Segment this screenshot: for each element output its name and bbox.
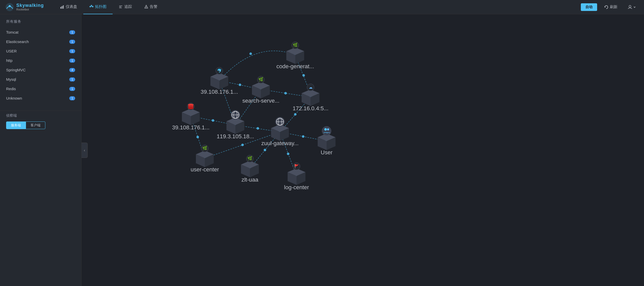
node-zuul-gateway[interactable]: zuul-gateway...	[261, 117, 299, 146]
service-item-springmvc[interactable]: SpringMVC 4	[0, 65, 81, 75]
service-badge-unknown: 1	[69, 96, 75, 100]
nav-label-trace: 追踪	[124, 4, 132, 9]
service-name-mysql: Mysql	[6, 77, 16, 81]
service-name-tomcat: Tomcat	[6, 30, 18, 34]
logo-text: Skywalking Rocketbot	[16, 3, 44, 11]
alarm-icon	[144, 5, 148, 9]
graph-area: ‹	[82, 14, 644, 286]
nav-item-dashboard[interactable]: 仪表盘	[54, 0, 83, 14]
nav-items: 仪表盘 拓扑图 追踪 告警	[54, 0, 581, 14]
service-item-http[interactable]: http 1	[0, 56, 81, 65]
user-button[interactable]	[625, 3, 639, 11]
edge-dot	[302, 74, 305, 77]
probe-title: 侦察端	[6, 113, 75, 118]
node-label-172-16-0-4: 172.16.0.4:5...	[293, 105, 329, 112]
service-name-http: http	[6, 58, 12, 63]
leaf-icon: 🌿	[202, 146, 207, 151]
svg-point-1	[9, 5, 11, 7]
node-39-108-1a[interactable]: 🐬 39.108.176.1...	[201, 67, 238, 95]
node-172-16-0-4[interactable]: ☁ 172.16.0.4:5...	[293, 84, 329, 112]
nav-item-trace[interactable]: 追踪	[113, 0, 138, 14]
node-log-center[interactable]: 🚩 log-center	[284, 163, 309, 190]
chevron-down-icon	[633, 6, 636, 8]
cloud-icon: ☁	[309, 85, 313, 89]
service-name-user: USER	[6, 49, 17, 53]
service-item-tomcat[interactable]: Tomcat 1	[0, 28, 81, 37]
node-user-center[interactable]: 🌿 user-center	[191, 145, 219, 173]
edge-dot	[284, 92, 287, 94]
flag-icon: 🚩	[294, 164, 299, 169]
mysql-icon: 🐬	[217, 69, 222, 73]
service-item-unknown[interactable]: Unknown 1	[0, 93, 81, 103]
chart-icon	[60, 5, 64, 9]
service-badge-redis: 1	[69, 87, 75, 91]
user-head2	[327, 128, 329, 130]
auto-button[interactable]: 自动	[581, 3, 597, 11]
node-label-user: User	[321, 149, 332, 156]
leaf-icon: 🌿	[247, 156, 252, 161]
edge-dot	[294, 113, 297, 116]
node-search-serve[interactable]: 🌿 search-serve...	[242, 76, 279, 104]
topology-icon	[89, 5, 93, 9]
node-label-log-center: log-center	[284, 184, 309, 190]
edge-dot	[241, 144, 244, 146]
node-label-39-108-1a: 39.108.176.1...	[201, 89, 238, 95]
node-code-generat[interactable]: 🌿 code-generat...	[276, 42, 314, 70]
service-item-redis[interactable]: Redis 1	[0, 84, 81, 93]
collapse-button[interactable]: ‹	[82, 143, 88, 158]
services-title: 所有服务	[0, 19, 81, 28]
node-icon-bg	[322, 126, 331, 135]
nav-right: 自动 刷新	[581, 3, 639, 11]
trace-icon	[119, 5, 123, 9]
node-label-search-serve: search-serve...	[242, 98, 279, 104]
main-layout: 所有服务 Tomcat 1 Elasticsearch 1 USER 1 htt…	[0, 14, 644, 286]
service-item-user[interactable]: USER 1	[0, 46, 81, 56]
logo-icon	[5, 3, 14, 12]
service-badge-http: 1	[69, 59, 75, 63]
leaf-icon: 🌿	[293, 43, 298, 47]
node-label-39-108-1b: 39.108.176.1...	[172, 124, 210, 131]
service-name-elasticsearch: Elasticsearch	[6, 39, 29, 44]
sidebar-divider	[0, 111, 81, 111]
edge-dot	[287, 153, 289, 155]
sidebar: 所有服务 Tomcat 1 Elasticsearch 1 USER 1 htt…	[0, 14, 82, 286]
topology-graph: 🌿 code-generat... 🌿 search-serve... 🐬	[82, 14, 644, 286]
leaf-icon: 🌿	[258, 77, 263, 82]
node-label-zlt-uaa: zlt-uaa	[242, 176, 259, 183]
nav-item-topology[interactable]: 拓扑图	[83, 0, 113, 14]
node-119-3-105-18[interactable]: 119.3.105.18...	[217, 110, 254, 140]
nav-label-alarm: 告警	[150, 4, 157, 9]
nav-label-topology: 拓扑图	[95, 4, 106, 9]
svg-rect-3	[62, 6, 62, 9]
service-item-mysql[interactable]: Mysql 1	[0, 75, 81, 84]
service-item-elasticsearch[interactable]: Elasticsearch 1	[0, 37, 81, 46]
node-label-code-generat: code-generat...	[276, 63, 314, 70]
node-39-108-1b[interactable]: 39.108.176.1...	[172, 103, 210, 131]
redis-bot	[188, 107, 194, 109]
service-badge-mysql: 1	[69, 77, 75, 81]
probe-client-btn[interactable]: 客户端	[26, 121, 45, 129]
svg-point-14	[146, 7, 146, 8]
service-name-redis: Redis	[6, 87, 16, 91]
edge-dot	[264, 149, 266, 151]
probe-server-btn[interactable]: 服务端	[6, 121, 26, 129]
svg-rect-5	[90, 6, 91, 7]
svg-rect-2	[60, 7, 61, 9]
edge-dot	[257, 127, 259, 130]
user-head1	[324, 128, 327, 131]
service-badge-tomcat: 1	[69, 30, 75, 34]
node-zlt-uaa[interactable]: 🌿 zlt-uaa	[241, 155, 259, 183]
refresh-button[interactable]: 刷新	[601, 3, 621, 11]
node-label-user-center: user-center	[191, 166, 219, 173]
logo-area: Skywalking Rocketbot	[5, 3, 44, 12]
service-badge-elasticsearch: 1	[69, 40, 75, 44]
service-badge-user: 1	[69, 49, 75, 53]
node-user[interactable]: User	[318, 126, 336, 156]
svg-rect-4	[63, 5, 64, 9]
nav-item-alarm[interactable]: 告警	[138, 0, 164, 14]
edge-dot	[302, 135, 304, 138]
probe-section: 侦察端 服务端 客户端	[0, 113, 81, 129]
service-name-springmvc: SpringMVC	[6, 68, 26, 72]
service-name-unknown: Unknown	[6, 96, 22, 100]
edge-dot	[212, 119, 214, 122]
